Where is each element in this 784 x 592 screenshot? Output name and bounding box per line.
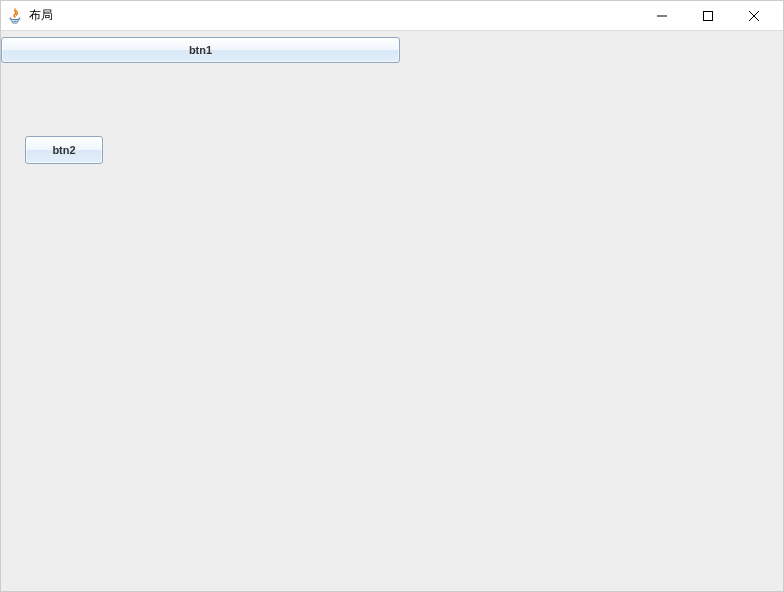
application-window: 布局 btn1 btn2: [0, 0, 784, 592]
titlebar-buttons: [639, 1, 777, 30]
client-area: btn1 btn2: [1, 31, 783, 591]
minimize-icon: [657, 11, 667, 21]
close-icon: [749, 11, 759, 21]
window-title: 布局: [29, 7, 639, 24]
btn1-button[interactable]: btn1: [1, 37, 400, 63]
maximize-icon: [703, 11, 713, 21]
close-button[interactable]: [731, 2, 777, 30]
minimize-button[interactable]: [639, 2, 685, 30]
titlebar: 布局: [1, 1, 783, 31]
maximize-button[interactable]: [685, 2, 731, 30]
java-icon: [7, 8, 23, 24]
svg-rect-1: [704, 11, 713, 20]
btn2-button[interactable]: btn2: [25, 136, 103, 164]
